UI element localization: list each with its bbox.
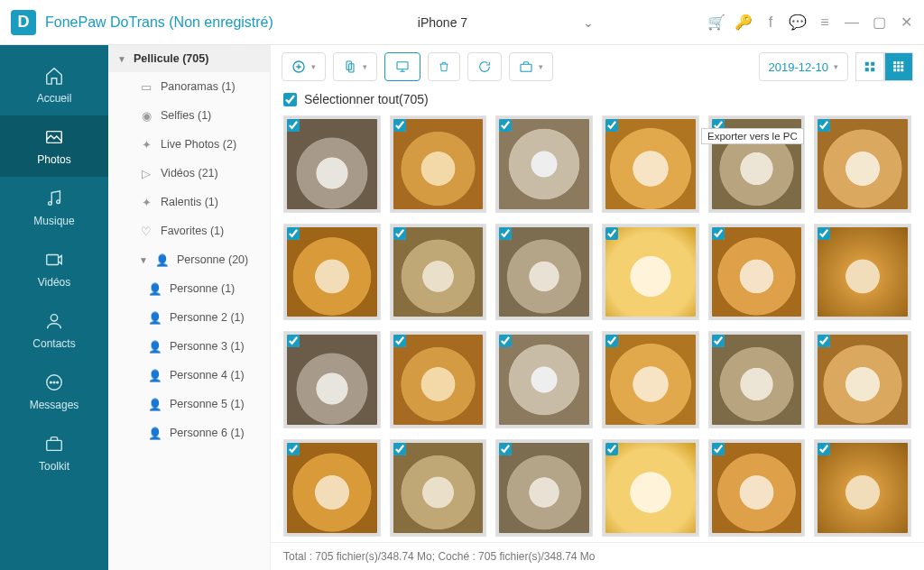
thumb-checkbox[interactable] bbox=[287, 227, 300, 240]
photo-thumb[interactable] bbox=[390, 115, 487, 213]
select-all-checkbox[interactable] bbox=[283, 93, 297, 106]
thumb-checkbox[interactable] bbox=[818, 119, 830, 132]
thumb-checkbox[interactable] bbox=[287, 443, 300, 455]
thumb-checkbox[interactable] bbox=[818, 227, 830, 240]
photo-thumb[interactable] bbox=[495, 331, 593, 428]
svg-point-7 bbox=[53, 382, 55, 383]
thumb-checkbox[interactable] bbox=[605, 335, 618, 347]
menu-icon[interactable]: ≡ bbox=[818, 15, 832, 30]
nav-toolkit[interactable]: Toolkit bbox=[0, 422, 108, 483]
thumb-checkbox[interactable] bbox=[287, 119, 300, 132]
tree-person-item[interactable]: 👤Personne 4 (1) bbox=[108, 361, 270, 390]
key-icon[interactable]: 🔑 bbox=[736, 15, 751, 30]
thumb-image bbox=[605, 335, 696, 425]
nav-photos[interactable]: Photos bbox=[0, 115, 108, 177]
to-device-button[interactable]: ▾ bbox=[333, 52, 377, 81]
tree-person-item[interactable]: 👤Personne 6 (1) bbox=[108, 418, 270, 447]
tree-person-item[interactable]: 👤Personne 3 (1) bbox=[108, 332, 270, 361]
tree-item[interactable]: ▷Vidéos (21) bbox=[108, 159, 270, 188]
photo-thumb[interactable] bbox=[283, 115, 381, 213]
caret-down-icon: ▼ bbox=[117, 54, 126, 64]
thumb-checkbox[interactable] bbox=[818, 443, 830, 455]
photo-thumb[interactable] bbox=[708, 439, 806, 537]
nav-home[interactable]: Accueil bbox=[0, 54, 108, 115]
tree-item[interactable]: ▭Panoramas (1) bbox=[108, 72, 270, 101]
cart-icon[interactable]: 🛒 bbox=[709, 15, 724, 30]
thumb-image bbox=[818, 443, 908, 533]
tree-person-item[interactable]: 👤Personne (1) bbox=[108, 274, 270, 303]
tree-person-header[interactable]: ▼👤Personne (20) bbox=[108, 245, 270, 274]
tree-item[interactable]: ✦Live Photos (2) bbox=[108, 130, 270, 159]
thumb-checkbox[interactable] bbox=[393, 335, 406, 347]
chevron-down-icon: ▾ bbox=[834, 62, 838, 71]
tree-person-item[interactable]: 👤Personne 2 (1) bbox=[108, 303, 270, 332]
tree-item[interactable]: ◉Selfies (1) bbox=[108, 101, 270, 130]
thumb-checkbox[interactable] bbox=[499, 119, 512, 132]
photo-thumb[interactable] bbox=[495, 439, 593, 537]
thumb-checkbox[interactable] bbox=[605, 227, 618, 240]
minimize-icon[interactable]: — bbox=[845, 15, 859, 30]
thumb-checkbox[interactable] bbox=[712, 227, 725, 240]
tree-item[interactable]: ✦Ralentis (1) bbox=[108, 188, 270, 216]
thumb-image bbox=[712, 227, 802, 317]
thumb-checkbox[interactable] bbox=[287, 335, 300, 347]
folder-button[interactable]: ▾ bbox=[509, 52, 553, 81]
nav-videos[interactable]: Vidéos bbox=[0, 238, 108, 299]
device-selector[interactable]: iPhone 7 ⌄ bbox=[400, 12, 605, 33]
thumb-checkbox[interactable] bbox=[712, 443, 725, 455]
photo-thumb[interactable] bbox=[814, 224, 911, 321]
close-icon[interactable]: ✕ bbox=[899, 15, 913, 30]
thumb-checkbox[interactable] bbox=[499, 227, 512, 240]
app-title: FonePaw DoTrans (Non enregistré) bbox=[45, 14, 273, 31]
photo-thumb[interactable] bbox=[708, 224, 806, 321]
delete-button[interactable] bbox=[428, 52, 460, 81]
photo-thumb[interactable] bbox=[283, 331, 381, 428]
messages-icon bbox=[43, 372, 65, 393]
nav-messages[interactable]: Messages bbox=[0, 361, 108, 422]
add-button[interactable]: ▾ bbox=[282, 52, 326, 81]
photo-thumb[interactable] bbox=[283, 224, 381, 321]
refresh-button[interactable] bbox=[467, 52, 502, 81]
photo-thumb[interactable] bbox=[602, 115, 699, 213]
thumb-checkbox[interactable] bbox=[818, 335, 830, 347]
thumb-checkbox[interactable] bbox=[712, 335, 725, 347]
photo-thumb[interactable] bbox=[814, 115, 911, 213]
facebook-icon[interactable]: f bbox=[763, 15, 778, 30]
feedback-icon[interactable]: 💬 bbox=[790, 15, 805, 30]
toolkit-icon bbox=[43, 433, 65, 455]
photo-thumb[interactable] bbox=[602, 224, 699, 321]
view-list-button[interactable] bbox=[855, 52, 884, 81]
photo-thumb[interactable] bbox=[814, 331, 911, 428]
thumb-checkbox[interactable] bbox=[393, 227, 406, 240]
svg-point-4 bbox=[51, 315, 57, 321]
photo-thumb[interactable] bbox=[495, 115, 593, 213]
photo-thumb[interactable] bbox=[390, 439, 487, 537]
photo-thumb[interactable] bbox=[708, 331, 806, 428]
photo-thumb[interactable] bbox=[495, 224, 593, 321]
thumb-checkbox[interactable] bbox=[605, 119, 618, 132]
photo-thumb[interactable] bbox=[283, 439, 381, 537]
date-picker[interactable]: 2019-12-10▾ bbox=[759, 52, 849, 81]
nav-contacts[interactable]: Contacts bbox=[0, 299, 108, 361]
photo-thumb[interactable] bbox=[814, 439, 911, 537]
export-to-pc-button[interactable] bbox=[384, 52, 420, 81]
maximize-icon[interactable]: ▢ bbox=[872, 15, 886, 30]
photos-icon bbox=[43, 126, 65, 148]
thumb-checkbox[interactable] bbox=[393, 119, 406, 132]
tree-item[interactable]: ♡Favorites (1) bbox=[108, 216, 270, 245]
thumb-checkbox[interactable] bbox=[499, 443, 512, 455]
photo-thumb[interactable] bbox=[390, 224, 487, 321]
tree-root[interactable]: ▼Pellicule (705) bbox=[108, 45, 270, 72]
svg-rect-21 bbox=[901, 61, 903, 64]
view-grid-button[interactable] bbox=[884, 52, 913, 81]
tree-person-item[interactable]: 👤Personne 5 (1) bbox=[108, 390, 270, 418]
thumb-checkbox[interactable] bbox=[605, 443, 618, 455]
thumb-checkbox[interactable] bbox=[499, 335, 512, 347]
photo-grid bbox=[271, 114, 924, 542]
thumb-checkbox[interactable] bbox=[393, 443, 406, 455]
photo-thumb[interactable] bbox=[602, 439, 699, 537]
photo-thumb[interactable] bbox=[602, 331, 699, 428]
thumb-image bbox=[818, 227, 908, 317]
nav-music[interactable]: Musique bbox=[0, 177, 108, 238]
photo-thumb[interactable] bbox=[390, 331, 487, 428]
